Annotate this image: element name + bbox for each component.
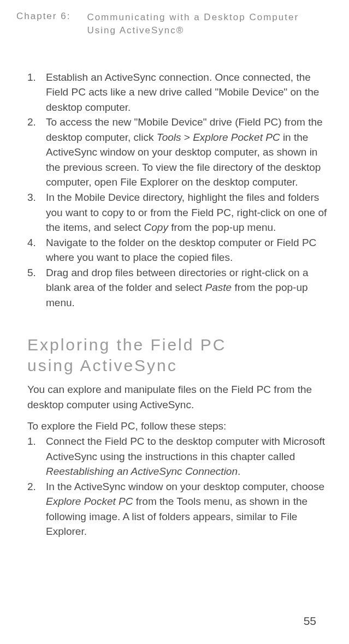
- text-run: Establish an ActiveSync connection. Once…: [46, 71, 319, 113]
- instruction-list-2: 1.Connect the Field PC to the desktop co…: [27, 434, 327, 539]
- list-item: 1.Connect the Field PC to the desktop co…: [27, 434, 327, 479]
- chapter-title-line2: Using ActiveSync®: [87, 24, 299, 37]
- list-item: 3.In the Mobile Device directory, highli…: [27, 190, 327, 235]
- instruction-list-1: 1.Establish an ActiveSync connection. On…: [27, 70, 327, 311]
- text-run: In the ActiveSync window on your desktop…: [46, 481, 324, 492]
- list-number: 5.: [27, 265, 46, 311]
- list-number: 2.: [27, 115, 46, 190]
- section-heading-line2: using ActiveSync: [27, 356, 178, 374]
- list-text: Navigate to the folder on the desktop co…: [46, 235, 327, 265]
- italic-term: Explore Pocket PC: [46, 496, 133, 507]
- list-item: 4.Navigate to the folder on the desktop …: [27, 235, 327, 265]
- italic-term: Reestablishing an ActiveSync Connection: [46, 466, 238, 477]
- page-content: 1.Establish an ActiveSync connection. On…: [16, 70, 333, 539]
- text-run: Connect the Field PC to the desktop comp…: [46, 436, 325, 462]
- text-run: from the pop-up menu.: [168, 222, 276, 233]
- chapter-label: Chapter 6:: [16, 11, 70, 37]
- list-number: 4.: [27, 235, 46, 265]
- section-heading-line1: Exploring the Field PC: [27, 336, 226, 354]
- list-text: Establish an ActiveSync connection. Once…: [46, 70, 327, 115]
- list-number: 1.: [27, 434, 46, 479]
- list-number: 1.: [27, 70, 46, 115]
- chapter-title-line1: Communicating with a Desktop Computer: [87, 11, 299, 24]
- intro-paragraph: You can explore and manipulate files on …: [27, 382, 327, 412]
- italic-term: Paste: [205, 282, 232, 293]
- page-number: 55: [304, 615, 316, 628]
- list-item: 2.In the ActiveSync window on your deskt…: [27, 479, 327, 539]
- list-number: 3.: [27, 190, 46, 235]
- chapter-header: Chapter 6: Communicating with a Desktop …: [16, 11, 333, 37]
- steps-intro: To explore the Field PC, follow these st…: [27, 419, 327, 434]
- list-text: Connect the Field PC to the desktop comp…: [46, 434, 327, 479]
- list-text: In the Mobile Device directory, highligh…: [46, 190, 327, 235]
- list-item: 2.To access the new "Mobile Device" driv…: [27, 115, 327, 190]
- italic-term: Copy: [144, 222, 168, 233]
- section-heading: Exploring the Field PC using ActiveSync: [27, 335, 327, 375]
- list-text: To access the new "Mobile Device" drive …: [46, 115, 327, 190]
- italic-term: Tools: [157, 132, 181, 143]
- italic-term: Explore Pocket PC: [193, 132, 280, 143]
- list-item: 1.Establish an ActiveSync connection. On…: [27, 70, 327, 115]
- list-text: Drag and drop files between directories …: [46, 265, 327, 311]
- chapter-title: Communicating with a Desktop Computer Us…: [87, 11, 299, 37]
- text-run: >: [181, 132, 193, 143]
- text-run: .: [238, 466, 240, 477]
- list-item: 5.Drag and drop files between directorie…: [27, 265, 327, 311]
- list-text: In the ActiveSync window on your desktop…: [46, 479, 327, 539]
- text-run: Navigate to the folder on the desktop co…: [46, 237, 316, 264]
- list-number: 2.: [27, 479, 46, 539]
